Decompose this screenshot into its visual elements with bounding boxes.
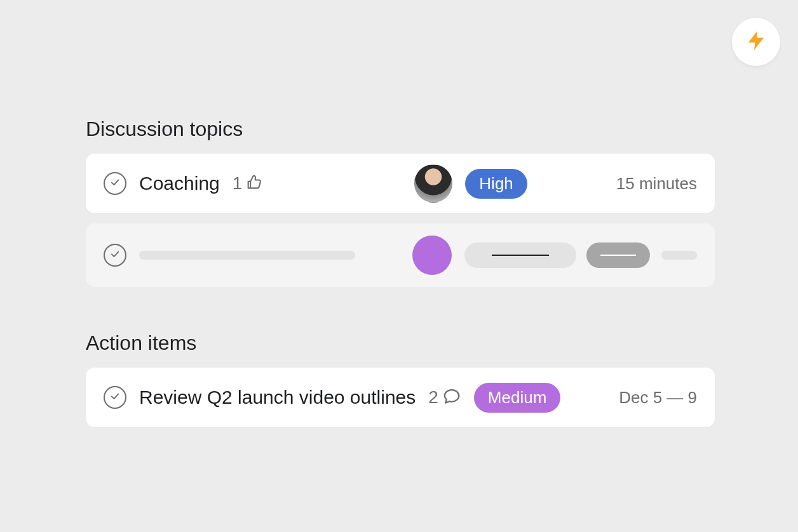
like-group[interactable]: 1: [233, 173, 264, 194]
main-content: Discussion topics Coaching 1 High 15 min…: [86, 117, 715, 437]
comment-count: 2: [428, 387, 438, 408]
placeholder-line: [492, 255, 549, 256]
check-icon: [109, 176, 121, 190]
task-duration: 15 minutes: [616, 174, 697, 194]
task-title: Review Q2 launch video outlines: [139, 387, 416, 408]
section-heading-action: Action items: [86, 331, 715, 355]
placeholder-title: [139, 251, 355, 260]
placeholder-avatar: [412, 236, 452, 275]
priority-pill[interactable]: High: [465, 169, 527, 199]
lightning-icon: [745, 29, 768, 55]
section-heading-discussion: Discussion topics: [86, 117, 715, 141]
placeholder-pill: [464, 243, 576, 268]
complete-checkbox[interactable]: [104, 244, 126, 267]
task-row[interactable]: Coaching 1 High 15 minutes: [86, 154, 715, 213]
comment-icon: [442, 387, 461, 408]
assignee-avatar[interactable]: [414, 164, 452, 203]
comment-group[interactable]: 2: [428, 387, 461, 408]
placeholder-line: [600, 255, 636, 256]
check-icon: [109, 390, 121, 404]
complete-checkbox[interactable]: [104, 386, 126, 409]
like-count: 1: [233, 173, 243, 194]
task-row[interactable]: Review Q2 launch video outlines 2 Medium…: [86, 368, 715, 427]
thumbs-up-icon: [245, 173, 263, 194]
complete-checkbox[interactable]: [104, 172, 126, 195]
placeholder-pill-dark: [586, 243, 650, 268]
lightning-button[interactable]: [732, 18, 780, 66]
task-row-placeholder: [86, 223, 715, 287]
placeholder-tail: [661, 251, 697, 260]
priority-pill[interactable]: Medium: [474, 383, 560, 413]
task-title: Coaching: [139, 173, 220, 194]
task-date-range: Dec 5 — 9: [619, 388, 697, 408]
check-icon: [109, 248, 121, 262]
